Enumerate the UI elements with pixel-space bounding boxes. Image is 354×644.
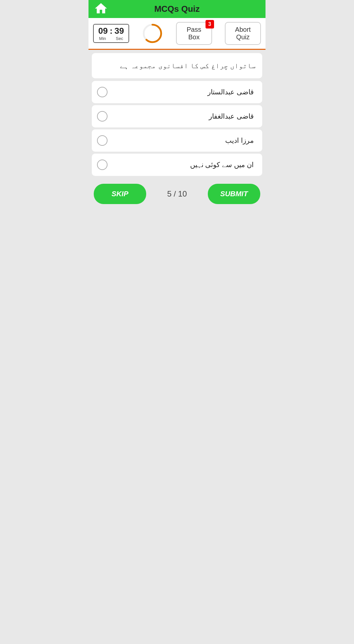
circle-timer: [142, 23, 163, 44]
bottom-bar: SKIP 5 / 10 SUBMIT: [88, 178, 266, 210]
circle-timer-svg: [142, 23, 163, 44]
header: MCQs Quiz: [88, 0, 266, 18]
timer-minutes: 09: [98, 26, 108, 36]
pass-box-line2: Box: [187, 33, 201, 41]
timer-digits: 09 : 39: [98, 26, 124, 36]
option-item-3[interactable]: مرزا ادیب: [92, 129, 262, 152]
question-text: ساتواں چراغ کس کا افسانوی مجموعہ ہے: [120, 62, 256, 70]
option-text-4: ان میں سے کوئی نہیں: [108, 161, 257, 169]
timer-labels: Min Sec: [99, 36, 123, 41]
main-content: ساتواں چراغ کس کا افسانوی مجموعہ ہے قاضی…: [88, 53, 266, 210]
sec-label: Sec: [116, 36, 123, 41]
timer-bar: 09 : 39 Min Sec Pass Box 3 Abort Quiz: [88, 18, 266, 50]
option-text-2: قاضی عبدالغفار: [108, 112, 257, 120]
question-box: ساتواں چراغ کس کا افسانوی مجموعہ ہے: [92, 53, 262, 78]
option-text-1: قاضی عبدالستار: [108, 88, 257, 96]
timer-colon: :: [110, 26, 113, 36]
pass-box-badge: 3: [206, 20, 214, 28]
abort-line2: Quiz: [231, 33, 255, 41]
radio-option-1[interactable]: [97, 87, 108, 97]
radio-option-2[interactable]: [97, 111, 108, 122]
option-text-3: مرزا ادیب: [108, 137, 257, 144]
home-icon: [94, 1, 108, 16]
timer-seconds: 39: [114, 26, 124, 36]
skip-button[interactable]: SKIP: [94, 184, 146, 204]
abort-line1: Abort: [231, 26, 255, 33]
radio-option-4[interactable]: [97, 160, 108, 170]
radio-option-3[interactable]: [97, 135, 108, 146]
option-item-1[interactable]: قاضی عبدالستار: [92, 81, 262, 103]
submit-button[interactable]: SUBMIT: [208, 184, 260, 204]
page-title: MCQs Quiz: [154, 4, 200, 14]
pass-box-button[interactable]: Pass Box 3: [176, 22, 212, 45]
pass-box-line1: Pass: [187, 26, 201, 33]
timer-box: 09 : 39 Min Sec: [93, 24, 129, 43]
progress-indicator: 5 / 10: [167, 189, 187, 199]
abort-quiz-button[interactable]: Abort Quiz: [225, 22, 261, 45]
option-item-2[interactable]: قاضی عبدالغفار: [92, 105, 262, 127]
pass-box-text: Pass Box: [187, 26, 201, 41]
min-label: Min: [99, 36, 106, 41]
option-item-4[interactable]: ان میں سے کوئی نہیں: [92, 154, 262, 176]
home-button[interactable]: [94, 1, 108, 17]
options-list: قاضی عبدالستار قاضی عبدالغفار مرزا ادیب …: [88, 81, 266, 176]
